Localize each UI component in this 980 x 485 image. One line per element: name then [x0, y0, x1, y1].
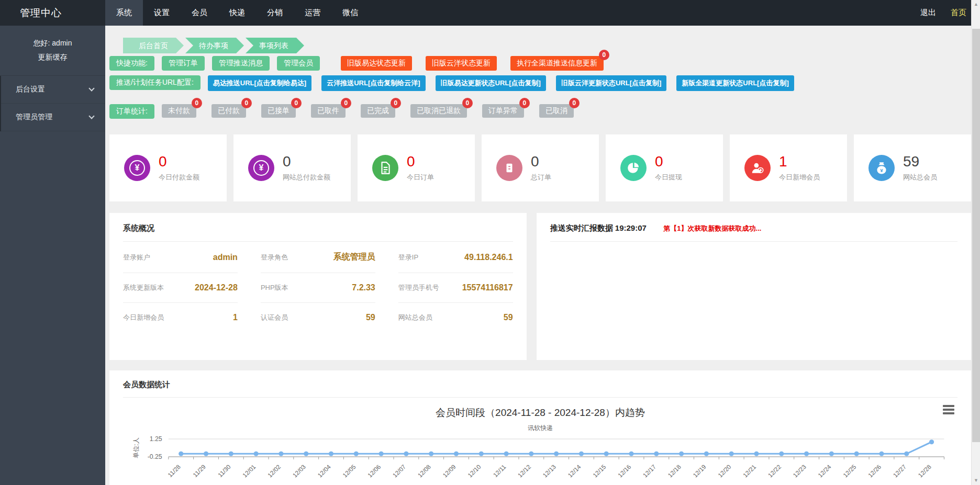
stat-card-label: 网站总会员: [903, 173, 937, 182]
push-config-label: 推送/计划任务URL配置:: [109, 75, 201, 90]
status-update-button[interactable]: 旧版易达状态更新: [341, 56, 412, 71]
order-status-button[interactable]: 已取件0: [311, 104, 346, 118]
order-status-button[interactable]: 已取消0: [539, 104, 574, 118]
status-update-button[interactable]: 旧版云洋状态更新: [426, 56, 497, 71]
count-badge: 0: [391, 98, 401, 108]
svg-text:12/21: 12/21: [741, 463, 757, 478]
count-badge: 0: [462, 98, 473, 108]
order-status-button[interactable]: 已接单0: [261, 104, 296, 118]
svg-text:11/28: 11/28: [166, 463, 182, 478]
top-nav-item-微信[interactable]: 微信: [331, 0, 369, 26]
svg-text:12/15: 12/15: [592, 463, 607, 478]
stat-card-value: 0: [283, 154, 330, 170]
status-update-button[interactable]: 执行全渠道推送信息更新0: [510, 56, 604, 71]
svg-text:12/01: 12/01: [241, 463, 257, 478]
stat-card-今日新增会员: 1今日新增会员: [730, 134, 847, 201]
stat-card-value: 0: [655, 154, 682, 170]
order-status-button[interactable]: 已完成0: [361, 104, 395, 118]
top-nav-item-设置[interactable]: 设置: [143, 0, 181, 26]
page-scrollbar[interactable]: ▲ ▼: [971, 0, 980, 485]
top-nav-item-分销[interactable]: 分销: [256, 0, 294, 26]
push-report-message: 第【1】次获取新数据获取成功...: [663, 224, 761, 232]
svg-text:12/23: 12/23: [792, 463, 807, 478]
push-report-header: 推送实时汇报数据 19:29:07 第【1】次获取新数据获取成功...: [550, 223, 957, 242]
count-badge: 0: [241, 98, 252, 108]
scrollbar-down-arrow-icon[interactable]: ▼: [972, 476, 980, 485]
quick-button[interactable]: 管理订单: [162, 56, 205, 71]
overview-cell-系统更新版本: 系统更新版本2024-12-28: [123, 273, 238, 303]
copy-url-button[interactable]: 旧版云洋更新状态URL[点击复制]: [556, 75, 666, 91]
stat-card-总订单: 0总订单: [482, 134, 599, 201]
stat-card-网站总付款金额: ¥0网站总付款金额: [233, 134, 351, 201]
scrollbar-thumb[interactable]: [972, 29, 980, 442]
top-link-退出[interactable]: 退出: [920, 8, 936, 18]
order-status-button[interactable]: 未付款0: [162, 104, 196, 118]
top-nav-item-会员[interactable]: 会员: [181, 0, 218, 26]
top-nav-item-快递[interactable]: 快递: [218, 0, 256, 26]
chart-menu-icon[interactable]: [943, 405, 954, 414]
system-overview-grid: 登录账户admin登录角色系统管理员登录IP49.118.246.1系统更新版本…: [123, 242, 513, 332]
svg-text:12/18: 12/18: [666, 463, 682, 478]
top-link-首页[interactable]: 首页: [951, 8, 966, 18]
svg-text:11/30: 11/30: [216, 463, 231, 478]
overview-value: 49.118.246.1: [464, 253, 513, 262]
scrollbar-up-arrow-icon[interactable]: ▲: [972, 0, 980, 9]
top-nav-item-运营[interactable]: 运营: [294, 0, 331, 26]
stat-card-label: 网站总付款金额: [283, 173, 330, 182]
top-nav-item-系统[interactable]: 系统: [105, 0, 143, 26]
stat-card-label: 今日新增会员: [779, 173, 820, 182]
overview-cell-认证会员: 认证会员59: [261, 303, 375, 332]
breadcrumb-item[interactable]: 待办事项: [185, 38, 244, 53]
copy-url-button[interactable]: 旧版易达更新状态URL[点击复制]: [436, 75, 546, 91]
count-badge: 0: [341, 98, 351, 108]
overview-cell-登录账户: 登录账户admin: [123, 242, 238, 273]
quick-button[interactable]: 管理推送消息: [212, 56, 270, 71]
overview-label: 网站总会员: [398, 313, 432, 322]
yen-coin-icon: ¥: [248, 155, 274, 181]
stat-card-label: 总订单: [531, 173, 551, 182]
breadcrumb-item[interactable]: 事项列表: [246, 38, 304, 53]
overview-value: 系统管理员: [333, 252, 375, 263]
receipt-icon: [496, 155, 522, 181]
refresh-cache-link[interactable]: 更新缓存: [5, 50, 100, 64]
greeting-text: 您好: admin: [34, 39, 72, 47]
quick-actions-row: 快捷功能:管理订单管理推送消息管理会员旧版易达状态更新旧版云洋状态更新执行全渠道…: [109, 56, 971, 71]
svg-text:12/04: 12/04: [316, 463, 332, 479]
order-stats-label: 订单统计:: [109, 104, 154, 119]
svg-text:12/13: 12/13: [541, 463, 557, 478]
overview-value: 7.2.33: [352, 283, 375, 292]
order-status-button[interactable]: 订单异常0: [482, 104, 524, 118]
breadcrumb-item[interactable]: 后台首页: [123, 38, 184, 53]
chevron-down-icon: [88, 86, 94, 92]
order-stats-row: 订单统计:未付款0已付款0已接单0已取件0已完成0已取消已退款0订单异常0已取消…: [109, 104, 971, 119]
overview-cell-PHP版本: PHP版本7.2.33: [261, 273, 375, 303]
svg-text:12/12: 12/12: [516, 463, 532, 478]
add-user-icon: [744, 155, 771, 181]
top-nav: 系统设置会员快递分销运营微信: [105, 0, 369, 26]
stat-card-value: 0: [531, 154, 551, 170]
member-stats-panel: 会员数据统计 会员时间段（2024-11-28 - 2024-12-28）内趋势…: [109, 370, 971, 485]
copy-url-button[interactable]: 易达推送URL[点击复制给易达]: [208, 75, 311, 91]
svg-text:单位:人: 单位:人: [132, 437, 139, 458]
overview-cell-登录IP: 登录IP49.118.246.1: [398, 242, 513, 273]
overview-value: 15574116817: [462, 283, 513, 292]
count-badge: 0: [519, 98, 530, 108]
quick-button[interactable]: 管理会员: [277, 56, 320, 71]
chart-subtitle: 讯软快递: [123, 424, 957, 433]
copy-url-button[interactable]: 新版全渠道更新状态URL[点击复制]: [676, 75, 794, 91]
member-trend-chart: 会员时间段（2024-11-28 - 2024-12-28）内趋势 讯软快递 1…: [123, 398, 957, 485]
count-badge: 0: [291, 98, 302, 108]
order-status-button[interactable]: 已付款0: [211, 104, 246, 118]
svg-text:12/09: 12/09: [441, 463, 457, 478]
sidebar-item-管理员管理[interactable]: 管理员管理: [1, 104, 105, 131]
push-report-title: 推送实时汇报数据 19:29:07: [550, 223, 647, 232]
overview-value: admin: [213, 253, 238, 262]
copy-url-button[interactable]: 云洋推送URL[点击复制给云洋]: [321, 75, 425, 91]
svg-text:12/05: 12/05: [341, 463, 357, 478]
order-status-button[interactable]: 已取消已退款0: [410, 104, 467, 118]
svg-text:12/03: 12/03: [291, 463, 307, 478]
system-overview-panel: 系统概况 登录账户admin登录角色系统管理员登录IP49.118.246.1系…: [109, 213, 527, 360]
sidebar-item-后台设置[interactable]: 后台设置: [1, 76, 105, 104]
svg-text:12/17: 12/17: [641, 463, 657, 478]
overview-label: 认证会员: [261, 313, 288, 322]
